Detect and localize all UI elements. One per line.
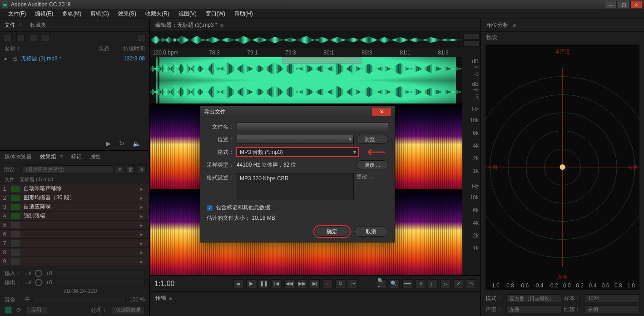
- rack-power-toggle[interactable]: [5, 306, 12, 314]
- filename-input[interactable]: [237, 122, 388, 131]
- play-icon[interactable]: ▶: [106, 140, 111, 147]
- save-preset-icon[interactable]: ▾: [116, 165, 124, 173]
- multitrack-icon[interactable]: [29, 34, 37, 41]
- file-row[interactable]: ▸ ≾ 无标题 (3).mp3 * 132:3.08: [0, 54, 149, 64]
- compare-select[interactable]: 右侧: [585, 305, 640, 313]
- power-icon[interactable]: [11, 195, 20, 201]
- editor-tab[interactable]: 编辑器：无标题 (3).mp3 *≡: [150, 19, 481, 32]
- change-sample-button[interactable]: 更改 ...: [357, 160, 388, 169]
- location-select[interactable]: ▾: [237, 135, 354, 144]
- go-start-button[interactable]: |◀: [272, 279, 282, 288]
- change-format-button[interactable]: 更改 ...: [357, 173, 388, 181]
- go-end-button[interactable]: ▶|: [310, 279, 320, 288]
- zoom-in-point-icon[interactable]: ⤢: [453, 279, 463, 288]
- channel-select[interactable]: 左侧: [506, 305, 561, 313]
- dialog-titlebar[interactable]: 导出文件 ✕: [200, 106, 395, 118]
- format-select[interactable]: MP3 音频 (*.mp3)▾: [237, 148, 358, 157]
- maximize-button[interactable]: ▢: [618, 1, 629, 8]
- search-icon[interactable]: [138, 34, 146, 41]
- mix-slider[interactable]: [34, 297, 126, 302]
- tab-media-browser[interactable]: 媒体浏览器: [5, 153, 32, 161]
- tab-markers[interactable]: 标记: [71, 153, 82, 161]
- menu-edit[interactable]: 编辑(E): [30, 10, 58, 18]
- fx-slot-8[interactable]: 8▸: [0, 248, 149, 257]
- view-tool-icon[interactable]: [463, 40, 480, 47]
- pause-button[interactable]: ❚❚: [259, 279, 269, 288]
- timecode-display[interactable]: 1:1.00: [154, 280, 209, 288]
- loop-button[interactable]: ↻: [335, 279, 345, 288]
- menu-favorites[interactable]: 收藏夹(R): [141, 10, 174, 18]
- zoom-out-v-icon[interactable]: ↕-: [441, 279, 451, 288]
- tab-files[interactable]: 文件 ≡: [5, 21, 22, 29]
- metadata-checkbox[interactable]: ✓: [207, 205, 213, 211]
- phase-panel-tab[interactable]: 相位分析≡: [481, 19, 644, 32]
- power-icon[interactable]: [11, 213, 20, 219]
- timeline-ruler[interactable]: 120.0 bpm 78:379:179:380:180:381:181:3: [150, 48, 462, 57]
- menu-help[interactable]: 帮助(H): [230, 10, 258, 18]
- zoom-sel-icon[interactable]: ⊡: [415, 279, 425, 288]
- process-select[interactable]: 仅选区效果: [112, 306, 145, 314]
- tab-favorites[interactable]: 收藏夹: [30, 21, 46, 29]
- cancel-button[interactable]: 取消: [354, 227, 388, 237]
- phase-scope[interactable]: 单声道 左侧 右侧 反相 -1.0-0.8-0.6-0.4-0.20.00.20…: [485, 44, 639, 290]
- play-button[interactable]: ▶: [246, 279, 256, 288]
- ok-button[interactable]: 确定: [315, 227, 349, 237]
- zoom-in-icon[interactable]: 🔍+: [377, 279, 387, 288]
- fx-slot-1[interactable]: 1自动咔嗒声移除▸: [0, 184, 149, 193]
- fx-slot-7[interactable]: 7▸: [0, 239, 149, 248]
- skip-sel-button[interactable]: ⤳: [348, 279, 358, 288]
- menu-clip[interactable]: 剪辑(C): [86, 10, 114, 18]
- zoom-tool-icon[interactable]: [463, 33, 480, 40]
- fx-slot-3[interactable]: 3自适应降噪▸: [0, 202, 149, 212]
- power-icon[interactable]: [11, 186, 20, 192]
- close-button[interactable]: ✕: [630, 1, 642, 8]
- power-icon[interactable]: [11, 204, 20, 210]
- overview-waveform[interactable]: [150, 32, 462, 48]
- rewind-button[interactable]: ◀◀: [284, 279, 294, 288]
- forward-button[interactable]: ▶▶: [297, 279, 307, 288]
- waveform-display[interactable]: [150, 57, 462, 104]
- tab-effects-rack[interactable]: 效果组 ≡: [40, 153, 63, 161]
- zoom-full-icon[interactable]: ⟷: [402, 279, 412, 288]
- zoom-out-icon[interactable]: 🔍-: [390, 279, 400, 288]
- input-knob[interactable]: [35, 270, 42, 277]
- fx-slot-6[interactable]: 6▸: [0, 230, 149, 239]
- menu-effects[interactable]: 效果(S): [114, 10, 141, 18]
- fx-slot-5[interactable]: 5▸: [0, 221, 149, 230]
- insert-icon[interactable]: [42, 34, 50, 41]
- zoom-in-v-icon[interactable]: ↕+: [428, 279, 438, 288]
- rack-chain-icon[interactable]: ⟳: [16, 307, 21, 313]
- col-status[interactable]: 状态: [99, 45, 109, 53]
- open-file-icon[interactable]: [4, 34, 12, 41]
- dialog-close-button[interactable]: ✕: [372, 108, 391, 116]
- fx-slot-9[interactable]: 9▸: [0, 257, 149, 266]
- delete-preset-icon[interactable]: 🗑: [127, 165, 135, 173]
- menu-view[interactable]: 视图(V): [174, 10, 201, 18]
- menu-file[interactable]: 文件(F): [4, 10, 30, 18]
- browse-button[interactable]: 浏览 ...: [357, 135, 388, 144]
- apply-button[interactable]: 应用: [25, 306, 47, 314]
- menu-window[interactable]: 窗口(W): [201, 10, 230, 18]
- star-icon[interactable]: ★: [138, 165, 146, 173]
- record-file-icon[interactable]: [16, 34, 25, 41]
- tab-properties[interactable]: 属性: [90, 153, 101, 161]
- col-name[interactable]: 名称 ↑: [5, 45, 85, 53]
- volume-icon[interactable]: 🔈: [133, 140, 140, 147]
- mode-select[interactable]: 直方图（日志增长）: [506, 294, 561, 302]
- selection-range[interactable]: [282, 57, 362, 64]
- stop-button[interactable]: ■: [233, 279, 243, 288]
- menu-multitrack[interactable]: 多轨(M): [58, 10, 86, 18]
- tempo-display[interactable]: 120.0 bpm: [150, 49, 195, 56]
- fx-slot-2[interactable]: 2图形均衡器（30 段）▸: [0, 193, 149, 202]
- preset-select[interactable]: (最后应用效果组): [23, 165, 113, 173]
- zoom-out-point-icon[interactable]: ⤡: [466, 279, 476, 288]
- waveform-right-channel: [150, 80, 462, 104]
- record-button[interactable]: ●: [322, 279, 332, 288]
- loop-icon[interactable]: ↻: [119, 140, 124, 147]
- transport-panel-tab[interactable]: 传输≡: [150, 291, 481, 304]
- minimize-button[interactable]: —: [605, 1, 617, 8]
- output-knob[interactable]: [35, 279, 42, 286]
- col-duration[interactable]: 持续时间: [123, 45, 145, 53]
- samples-select[interactable]: 1024: [585, 294, 640, 302]
- fx-slot-4[interactable]: 4强制限幅▸: [0, 212, 149, 221]
